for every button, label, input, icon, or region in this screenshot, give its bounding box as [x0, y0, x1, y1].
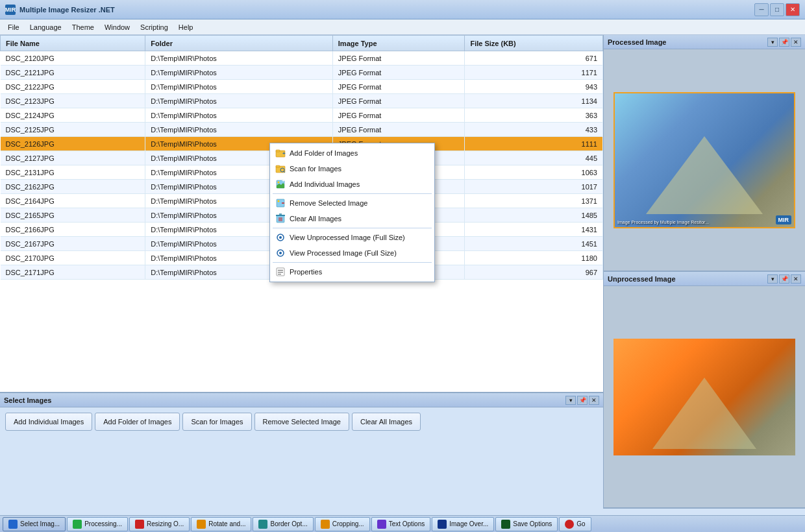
- view-unprocessed-icon: [275, 232, 286, 243]
- ctx-remove-selected-label: Remove Selected Image: [290, 199, 367, 207]
- cell-filesize: 1134: [465, 94, 603, 108]
- table-row[interactable]: DSC_2121JPGD:\Temp\MIR\PhotosJPEG Format…: [1, 66, 603, 80]
- unprocessed-pin-btn[interactable]: 📌: [779, 274, 789, 284]
- col-filename: File Name: [1, 36, 145, 51]
- menu-bar: File Language Theme Window Scripting Hel…: [0, 19, 805, 35]
- maximize-button[interactable]: □: [770, 3, 784, 16]
- cell-filesize: 1485: [465, 208, 603, 223]
- taskbar-rotate-label: Rotate and...: [208, 520, 245, 527]
- taskbar-select-images[interactable]: Select Imag...: [3, 517, 66, 531]
- cell-imagetype: JPEG Format: [332, 108, 465, 123]
- unprocessed-panel-controls: ▾ 📌 ✕: [767, 274, 801, 284]
- ctx-view-unprocessed-label: View Unprocessed Image (Full Size): [290, 234, 405, 241]
- ctx-clear-all-label: Clear All Images: [290, 215, 341, 223]
- clear-all-button[interactable]: Clear All Images: [352, 413, 421, 431]
- menu-file[interactable]: File: [3, 22, 25, 32]
- cell-filesize: 967: [465, 265, 603, 280]
- cell-filename: DSC_2126JPG: [1, 137, 145, 151]
- taskbar-cropping-label: Cropping...: [332, 520, 364, 527]
- taskbar-text-options[interactable]: Text Options: [371, 517, 431, 531]
- taskbar-save-options[interactable]: Save Options: [495, 517, 558, 531]
- ctx-add-individual[interactable]: + Add Individual Images: [270, 176, 434, 192]
- minimize-button[interactable]: ─: [754, 3, 769, 16]
- ctx-scan[interactable]: Scan for Images: [270, 161, 434, 176]
- cell-imagetype: JPEG Format: [332, 123, 465, 137]
- context-menu: + Add Folder of Images Scan for Images +…: [269, 143, 435, 282]
- ctx-clear-all[interactable]: Clear All Images: [270, 211, 434, 226]
- cropping-icon: [321, 520, 330, 529]
- add-folder-button[interactable]: Add Folder of Images: [95, 413, 180, 431]
- processed-close-btn[interactable]: ✕: [791, 38, 801, 47]
- taskbar-border-label: Border Opt...: [270, 520, 307, 527]
- menu-scripting[interactable]: Scripting: [135, 22, 173, 32]
- select-images-panel: Select Images ▾ 📌 ✕ Add Individual Image…: [0, 392, 603, 509]
- processed-image-text: Image Processed by Multiple Image Resito…: [617, 220, 709, 224]
- taskbar-rotate[interactable]: Rotate and...: [191, 517, 251, 531]
- panel-close-btn[interactable]: ✕: [589, 396, 599, 405]
- select-images-title: Select Images: [4, 396, 565, 404]
- processed-image-header: Processed Image ▾ 📌 ✕: [604, 35, 805, 49]
- taskbar: Select Imag... Processing... Resizing O.…: [0, 515, 805, 532]
- cell-imagetype: JPEG Format: [332, 51, 465, 66]
- select-images-header: Select Images ▾ 📌 ✕: [0, 393, 603, 407]
- unprocessed-collapse-btn[interactable]: ▾: [767, 274, 778, 284]
- ctx-view-unprocessed[interactable]: View Unprocessed Image (Full Size): [270, 230, 434, 245]
- ctx-remove-selected[interactable]: Remove Selected Image: [270, 195, 434, 211]
- table-row[interactable]: DSC_2123JPGD:\Temp\MIR\PhotosJPEG Format…: [1, 94, 603, 108]
- add-individual-images-button[interactable]: Add Individual Images: [5, 413, 92, 431]
- scan-images-button[interactable]: Scan for Images: [182, 413, 251, 431]
- cell-folder: D:\Temp\MIR\Photos: [145, 123, 332, 137]
- cell-filesize: 671: [465, 51, 603, 66]
- svg-text:+: +: [282, 151, 286, 156]
- ctx-add-individual-label: Add Individual Images: [290, 180, 360, 188]
- ctx-separator-1: [273, 193, 432, 194]
- processed-watermark: MIR: [776, 215, 792, 224]
- remove-selected-button[interactable]: Remove Selected Image: [254, 413, 349, 431]
- cell-filename: DSC_2123JPG: [1, 94, 145, 108]
- taskbar-resizing[interactable]: Resizing O...: [129, 517, 190, 531]
- table-row[interactable]: DSC_2122JPGD:\Temp\MIR\PhotosJPEG Format…: [1, 80, 603, 94]
- col-folder: Folder: [145, 36, 332, 51]
- taskbar-go[interactable]: Go: [559, 517, 591, 531]
- cell-filesize: 1371: [465, 194, 603, 208]
- processed-pin-btn[interactable]: 📌: [779, 38, 789, 47]
- cell-filename: DSC_2124JPG: [1, 108, 145, 123]
- ctx-separator-2: [273, 228, 432, 228]
- cell-folder: D:\Temp\MIR\Photos: [145, 108, 332, 123]
- cell-filename: DSC_2122JPG: [1, 80, 145, 94]
- cell-filename: DSC_2121JPG: [1, 66, 145, 80]
- cell-filename: DSC_2167JPG: [1, 237, 145, 251]
- clear-icon: [275, 213, 286, 224]
- svg-point-20: [279, 236, 282, 239]
- cell-filename: DSC_2120JPG: [1, 51, 145, 66]
- taskbar-image-over-label: Image Over...: [449, 520, 488, 527]
- cell-filename: DSC_2171JPG: [1, 265, 145, 280]
- unprocessed-close-btn[interactable]: ✕: [791, 274, 801, 284]
- image-over-icon: [438, 520, 447, 529]
- taskbar-image-over[interactable]: Image Over...: [432, 517, 494, 531]
- taskbar-processing[interactable]: Processing...: [67, 517, 128, 531]
- folder-add-icon: +: [275, 148, 286, 158]
- menu-theme[interactable]: Theme: [67, 22, 99, 32]
- title-controls: ─ □ ✕: [754, 3, 800, 16]
- ctx-add-folder[interactable]: + Add Folder of Images: [270, 145, 434, 161]
- taskbar-cropping[interactable]: Cropping...: [315, 517, 370, 531]
- unprocessed-image-title: Unprocessed Image: [608, 275, 767, 283]
- table-row[interactable]: DSC_2124JPGD:\Temp\MIR\PhotosJPEG Format…: [1, 108, 603, 123]
- menu-language[interactable]: Language: [25, 22, 67, 32]
- taskbar-border[interactable]: Border Opt...: [253, 517, 313, 531]
- menu-help[interactable]: Help: [173, 22, 199, 32]
- table-row[interactable]: DSC_2120JPGD:\Temp\MIR\PhotosJPEG Format…: [1, 51, 603, 66]
- close-button[interactable]: ✕: [786, 3, 800, 16]
- panel-pin-btn[interactable]: 📌: [577, 396, 588, 405]
- cell-filesize: 1451: [465, 237, 603, 251]
- svg-text:+: +: [282, 179, 285, 184]
- menu-window[interactable]: Window: [99, 22, 135, 32]
- panel-collapse-btn[interactable]: ▾: [565, 396, 576, 405]
- processed-collapse-btn[interactable]: ▾: [767, 38, 778, 47]
- cell-filesize: 1180: [465, 251, 603, 265]
- ctx-properties[interactable]: Properties: [270, 264, 434, 280]
- select-images-buttons: Add Individual Images Add Folder of Imag…: [0, 407, 603, 436]
- table-row[interactable]: DSC_2125JPGD:\Temp\MIR\PhotosJPEG Format…: [1, 123, 603, 137]
- ctx-view-processed[interactable]: View Processed Image (Full Size): [270, 245, 434, 261]
